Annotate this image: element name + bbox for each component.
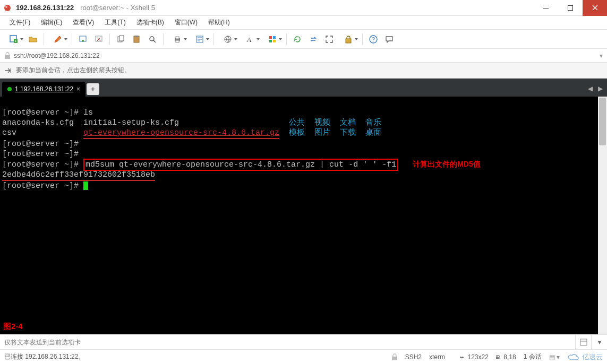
menu-tab[interactable]: 选项卡(B) [132, 16, 168, 29]
dir-template: 模板 [289, 128, 305, 137]
encoding-button[interactable] [217, 32, 238, 47]
menu-edit[interactable]: 编辑(E) [37, 16, 66, 29]
tab-prev-icon[interactable]: ◀ [588, 85, 593, 92]
svg-point-1 [5, 6, 7, 8]
tab-label: 1 192.168.26.131:22 [15, 85, 73, 93]
send-input[interactable] [0, 339, 575, 346]
menu-window[interactable]: 窗口(W) [170, 16, 202, 29]
disconnect-button[interactable] [91, 32, 106, 47]
svg-rect-24 [346, 39, 351, 43]
font-button[interactable]: A [240, 32, 261, 47]
fullscreen-button[interactable] [322, 32, 337, 47]
new-session-button[interactable] [3, 32, 24, 47]
address-dropdown-icon[interactable]: ▾ [600, 52, 603, 59]
svg-point-7 [82, 40, 84, 42]
svg-rect-8 [96, 36, 102, 41]
svg-point-0 [4, 5, 11, 11]
chat-button[interactable] [382, 32, 397, 47]
md5-output: 2edbe4d6c2eff33ef91732602f3518eb [2, 170, 155, 179]
transfer-button[interactable] [306, 32, 321, 47]
help-button[interactable]: ? [366, 32, 381, 47]
menu-tools[interactable]: 工具(T) [100, 16, 130, 29]
file-csv: csv [2, 128, 16, 137]
file-qt-tarball: qt-everywhere-opensource-src-4.8.6.tar.g… [83, 128, 279, 137]
minimize-button[interactable] [534, 0, 558, 16]
properties-button[interactable] [189, 32, 210, 47]
send-bar: ▾ [0, 334, 607, 349]
dir-downloads: 下载 [340, 128, 356, 137]
dir-docs: 文档 [340, 118, 356, 127]
open-button[interactable] [25, 32, 40, 47]
status-sessions: 1 会话 [524, 352, 542, 361]
lock-icon [4, 52, 11, 59]
dir-video: 视频 [314, 118, 330, 127]
svg-rect-3 [568, 5, 573, 10]
prompt: [root@server ~]# [2, 150, 79, 159]
status-size: ↔ 123x22 [460, 353, 489, 361]
annotation-md5: 计算出文件的MD5值 [413, 160, 481, 168]
tab-next-icon[interactable]: ▶ [598, 85, 603, 92]
send-target-button[interactable] [575, 335, 591, 350]
menu-file[interactable]: 文件(F) [5, 16, 35, 29]
edit-button[interactable] [47, 32, 69, 47]
copy-button[interactable] [113, 32, 128, 47]
status-menu-icon[interactable]: ▤ ▾ [549, 353, 560, 361]
cmd-ls: ls [83, 108, 93, 117]
close-button[interactable] [583, 0, 607, 16]
file-initial: initial-setup-ks.cfg [83, 118, 179, 127]
arrow-add-icon[interactable] [4, 67, 13, 74]
file-anaconda: anaconda-ks.cfg [2, 118, 74, 127]
status-bar: 已连接 192.168.26.131:22。 SSH2 xterm ↔ 123x… [0, 349, 607, 364]
terminal[interactable]: [root@server ~]# ls anaconda-ks.cfg init… [0, 97, 607, 334]
tab-strip: 1 192.168.26.131:22 × + ◀ ▶ [0, 79, 607, 97]
svg-text:?: ? [372, 36, 375, 42]
status-term: xterm [429, 353, 445, 361]
lock-button[interactable] [338, 32, 359, 47]
prompt: [root@server ~]# [2, 108, 79, 117]
app-icon [3, 4, 12, 12]
refresh-button[interactable] [290, 32, 305, 47]
cmd-md5sum: md5sum qt-everywhere-opensource-src-4.8.… [86, 160, 396, 169]
svg-rect-10 [119, 36, 124, 41]
find-button[interactable] [145, 32, 160, 47]
paste-button[interactable] [129, 32, 144, 47]
cursor [83, 181, 88, 190]
maximize-button[interactable] [558, 0, 583, 16]
svg-rect-23 [273, 40, 276, 42]
svg-rect-20 [269, 36, 272, 39]
title-session: root@server:~ - Xshell 5 [80, 4, 155, 12]
svg-text:A: A [246, 36, 251, 44]
status-protocol: SSH2 [405, 353, 422, 361]
status-pos: ⊞ 8,18 [496, 353, 516, 361]
brand-name: 亿速云 [582, 352, 603, 362]
print-button[interactable] [167, 32, 188, 47]
terminal-scrollbar[interactable] [598, 97, 607, 334]
menu-view[interactable]: 查看(V) [69, 16, 98, 29]
tab-close-icon[interactable]: × [76, 85, 80, 93]
color-scheme-button[interactable] [262, 32, 283, 47]
figure-label: 图2-4 [3, 321, 23, 331]
svg-rect-12 [135, 36, 138, 37]
reconnect-button[interactable] [75, 32, 90, 47]
hint-bar: 要添加当前会话，点击左侧的箭头按钮。 [0, 63, 607, 79]
dir-public: 公共 [289, 118, 305, 127]
svg-point-13 [150, 37, 154, 41]
toolbar: A ? [0, 30, 607, 49]
address-text: ssh://root@192.168.26.131:22 [14, 52, 100, 59]
prompt: [root@server ~]# [2, 140, 79, 149]
prompt: [root@server ~]# [2, 160, 79, 169]
svg-rect-29 [392, 357, 397, 360]
menubar: 文件(F) 编辑(E) 查看(V) 工具(T) 选项卡(B) 窗口(W) 帮助(… [0, 16, 607, 30]
status-connected: 已连接 192.168.26.131:22。 [4, 352, 84, 361]
session-tab[interactable]: 1 192.168.26.131:22 × [2, 82, 86, 97]
address-bar[interactable]: ssh://root@192.168.26.131:22 ▾ [0, 49, 607, 63]
svg-rect-15 [176, 37, 179, 39]
new-tab-button[interactable]: + [87, 83, 99, 95]
brand-logo: 亿速云 [567, 352, 603, 362]
send-dropdown-button[interactable]: ▾ [591, 335, 607, 350]
scrollbar-thumb[interactable] [599, 98, 606, 145]
svg-rect-16 [176, 40, 179, 42]
prompt: [root@server ~]# [2, 181, 79, 190]
status-dot-icon [7, 87, 12, 91]
menu-help[interactable]: 帮助(H) [204, 16, 234, 29]
